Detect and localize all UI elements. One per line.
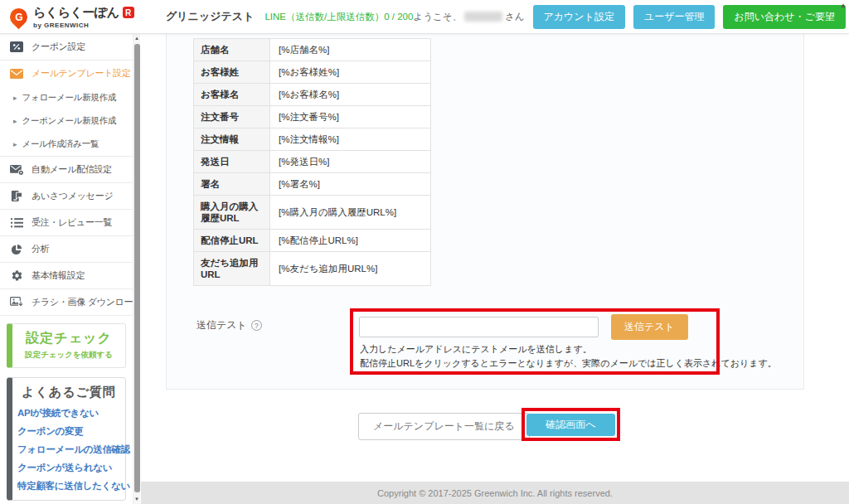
faq-link-coupon-not-sent[interactable]: クーポンが送られない [17,458,120,477]
variable-name-cell: 友だち追加用URL [194,252,270,286]
top-header: G らくらくーぽん R by GREENWICH グリニッジテスト LINE（送… [0,0,849,34]
send-test-note-line1: 入力したメールアドレスにテストメールを送信します。 [360,342,777,356]
brand-byline: by GREENWICH [33,22,134,29]
welcome-suffix: さん [505,11,525,23]
list-icon [8,218,25,228]
caret-right-icon: ▸ [13,140,17,148]
sidebar-item-coupon-settings[interactable]: クーポン設定 [0,34,133,60]
help-icon[interactable]: ? [251,320,262,331]
send-test-note-line2: 配信停止URLをクリックするとエラーとなりますが、実際のメールでは正しく表示され… [360,356,777,371]
user-management-button[interactable]: ユーザー管理 [633,5,716,29]
variable-value-cell: [%お客様姓%] [270,61,431,84]
variable-value-cell: [%注文番号%] [270,106,431,128]
test-email-input[interactable] [359,317,599,337]
greeting-message-icon [8,190,25,202]
variable-name-cell: 署名 [194,173,270,196]
sidebar-item-created-mail-list[interactable]: ▸ メール作成済み一覧 [0,133,133,156]
sidebar-item-coupon-mail-create[interactable]: ▸ クーポンメール新規作成 [0,109,133,133]
table-row: 注文番号 [%注文番号%] [194,106,431,128]
sidebar-item-order-review-list[interactable]: 受注・レビュー一覧 [0,210,133,235]
variable-value-cell: [%購入月の購入履歴URL%] [270,196,431,230]
table-row: 注文情報 [%注文情報%] [194,128,431,151]
faq-link-coupon-change[interactable]: クーポンの変更 [17,422,120,440]
variable-value-cell: [%店舗名%] [270,39,431,61]
variable-value-cell: [%友だち追加用URL%] [270,252,431,286]
variable-value-cell: [%お客様名%] [270,84,431,106]
brand-r-badge: R [123,7,134,18]
brand-name: らくらくーぽん [33,5,119,21]
variable-value-cell: [%配信停止URL%] [270,230,431,252]
coupon-icon [8,41,25,52]
username-redacted [464,12,502,22]
template-variables-table: 店舗名 [%店舗名%] お客様姓 [%お客様姓%] お客様名 [%お客様名%] … [193,38,431,286]
variable-value-cell: [%注文情報%] [270,128,431,151]
send-test-label: 送信テスト ? [196,318,262,332]
page-scrollbar-up-arrow[interactable]: ▲ [840,2,847,9]
faq-link-exclude-customers[interactable]: 特定顧客に送信したくない [17,477,120,495]
faq-link-follow-mail-check[interactable]: フォローメールの送信確認 [17,440,120,458]
variable-name-cell: 発送日 [194,151,270,173]
variable-name-cell: 店舗名 [194,39,270,61]
table-row: 購入月の購入履歴URL [%購入月の購入履歴URL%] [194,196,431,230]
sidebar-scrollbar[interactable]: ▲ ▼ [133,34,140,504]
sidebar-item-basic-info-settings[interactable]: 基本情報設定 [0,263,133,288]
sidebar-item-follow-mail-create[interactable]: ▸ フォローメール新規作成 [0,86,133,109]
sidebar-item-analytics[interactable]: 分析 [0,236,133,262]
table-row: お客様姓 [%お客様姓%] [194,61,431,84]
table-row: 友だち追加用URL [%友だち追加用URL%] [194,252,431,286]
auto-mail-icon [8,164,25,176]
send-test-note: 入力したメールアドレスにテストメールを送信します。 配信停止URLをクリックする… [360,342,777,371]
contact-request-button[interactable]: お問い合わせ・ご要望 [723,5,845,29]
sidebar-item-flyer-image-download[interactable]: チラシ・画像 ダウンロード [0,289,133,315]
settings-check-subtitle: 設定チェックを依頼する [16,350,122,361]
copyright-text: Copyright © 2017-2025 Greenwich Inc. All… [377,488,613,498]
welcome-text: ようこそ、 さん [413,11,524,23]
scrollbar-thumb[interactable] [134,44,140,492]
faq-box: よくあるご質問 APIが接続できない クーポンの変更 フォローメールの送信確認 … [7,377,126,501]
send-test-button[interactable]: 送信テスト [611,314,688,340]
sidebar-item-mail-template-settings[interactable]: メールテンプレート設定 [0,61,133,86]
caret-right-icon: ▸ [13,94,17,102]
faq-link-api-connection[interactable]: APIが接続できない [17,404,120,422]
sidebar-nav: クーポン設定 メールテンプレート設定 ▸ フォローメール新規作成 ▸ クーポンメ… [0,34,133,504]
variable-name-cell: 注文番号 [194,106,270,128]
table-row: 署名 [%署名%] [194,173,431,196]
template-detail-panel: 店舗名 [%店舗名%] お客様姓 [%お客様姓%] お客様名 [%お客様名%] … [166,34,804,390]
footer: Copyright © 2017-2025 Greenwich Inc. All… [141,482,849,504]
sidebar-item-auto-mail-settings[interactable]: 自動メール配信設定 [0,157,133,182]
line-quota-status: LINE（送信数/上限送信数）0 / 200 [264,11,413,23]
variable-name-cell: 注文情報 [194,128,270,151]
divider [0,315,133,316]
shop-title: グリニッジテスト [166,9,254,24]
back-to-template-list-button[interactable]: メールテンプレート一覧に戻る [358,413,530,440]
confirm-screen-button[interactable]: 確認画面へ [526,414,615,436]
table-row: 店舗名 [%店舗名%] [194,39,431,61]
variable-name-cell: お客様名 [194,84,270,106]
image-download-icon [8,297,25,308]
table-row: 配信停止URL [%配信停止URL%] [194,230,431,252]
account-settings-button[interactable]: アカウント設定 [533,5,625,29]
scrollbar-down-arrow[interactable]: ▼ [133,497,140,502]
faq-title: よくあるご質問 [17,385,120,400]
main-content: 店舗名 [%店舗名%] お客様姓 [%お客様姓%] お客様名 [%お客様名%] … [141,34,849,504]
variable-name-cell: お客様姓 [194,61,270,84]
gear-icon [8,269,25,282]
sidebar-item-greeting-message[interactable]: あいさつメッセージ [0,183,133,209]
app-logo[interactable]: G らくらくーぽん R by GREENWICH [0,5,154,29]
table-row: 発送日 [%発送日%] [194,151,431,173]
scrollbar-up-arrow[interactable]: ▲ [133,36,140,41]
table-row: お客様名 [%お客様名%] [194,84,431,106]
variable-value-cell: [%署名%] [270,173,431,196]
envelope-icon [8,69,25,79]
settings-check-title: 設定チェック [16,330,122,347]
pie-chart-icon [8,244,25,255]
caret-right-icon: ▸ [13,117,17,125]
annotation-box-confirm: 確認画面へ [522,408,620,441]
variable-name-cell: 配信停止URL [194,230,270,252]
settings-check-banner[interactable]: 設定チェック 設定チェックを依頼する [7,323,126,368]
brand-pin-icon: G [7,4,32,29]
variable-name-cell: 購入月の購入履歴URL [194,196,270,230]
welcome-prefix: ようこそ、 [413,11,462,23]
variable-value-cell: [%発送日%] [270,151,431,173]
